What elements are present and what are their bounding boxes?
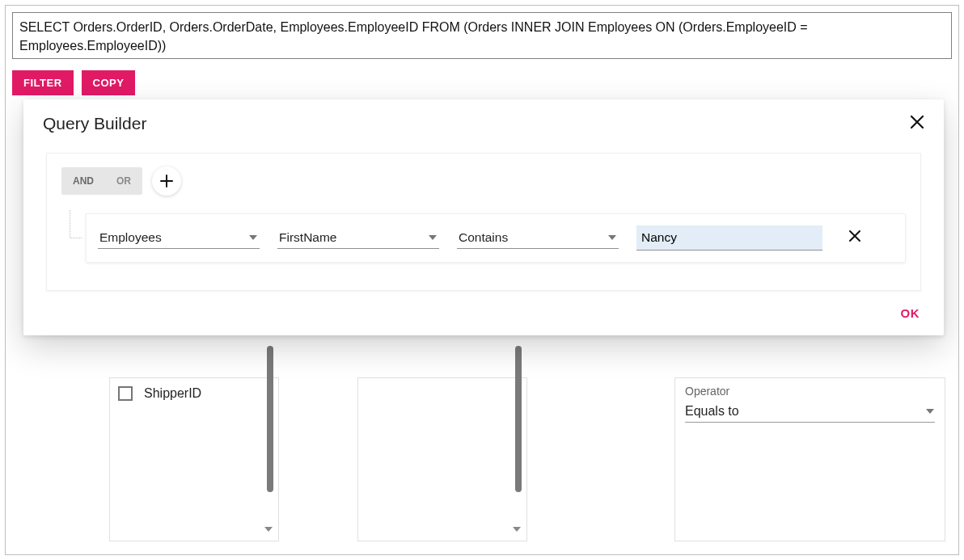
rule-value-input[interactable] [636,225,822,251]
rule-field-value: FirstName [279,230,336,245]
chevron-down-icon[interactable] [512,523,522,537]
query-group: AND OR Employees [46,153,921,291]
close-icon[interactable] [910,115,924,133]
checkbox-unchecked[interactable] [118,386,133,401]
chevron-down-icon [428,233,438,242]
logic-or[interactable]: OR [105,171,142,192]
columns-panel-2 [357,377,527,541]
scrollbar[interactable] [267,346,273,492]
ok-button[interactable]: OK [896,305,925,321]
field-row[interactable]: ShipperID [110,383,278,404]
operator-select[interactable]: Equals to [685,401,935,423]
operator-label: Operator [685,385,935,398]
scrollbar[interactable] [515,346,522,492]
rule-operator-value: Contains [459,230,508,245]
copy-button[interactable]: COPY [82,70,136,95]
rule-row: Employees FirstName Contains [86,213,906,263]
rule-operator-select[interactable]: Contains [457,227,619,249]
logic-toggle[interactable]: AND OR [61,167,142,195]
chevron-down-icon [925,406,935,416]
filter-button[interactable]: FILTER [12,70,74,95]
rule-field-select[interactable]: FirstName [277,227,439,249]
chevron-down-icon[interactable] [264,523,273,537]
rule-table-value: Employees [99,230,162,245]
logic-and[interactable]: AND [61,171,105,192]
chevron-down-icon [607,233,617,242]
field-label: ShipperID [144,386,201,401]
query-builder-modal: Query Builder AND OR [23,99,944,335]
sql-textarea[interactable] [12,12,952,59]
modal-title: Query Builder [43,114,146,133]
add-rule-button[interactable] [152,166,181,196]
rule-table-select[interactable]: Employees [98,227,260,249]
delete-rule-icon[interactable] [848,229,861,246]
chevron-down-icon [248,233,258,242]
properties-panel: Operator Equals to [674,377,945,541]
button-row: FILTER COPY [12,70,952,95]
columns-panel-1: ShipperID [109,377,279,541]
operator-value: Equals to [685,404,739,419]
